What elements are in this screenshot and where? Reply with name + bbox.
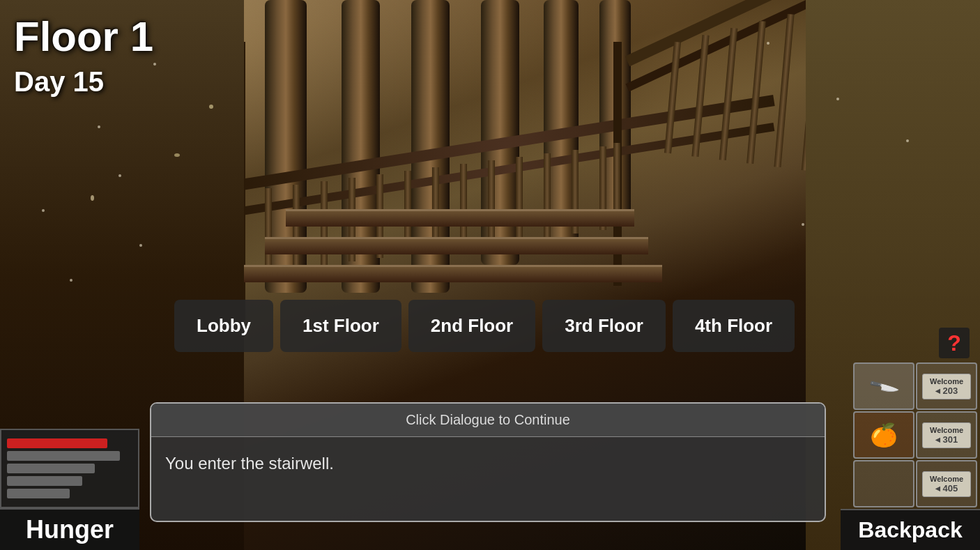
floor-title: Floor 1 <box>14 14 153 60</box>
debris <box>70 279 72 282</box>
hunger-bar-1 <box>7 451 120 461</box>
stair-step-1 <box>244 265 662 282</box>
inventory-slot-empty[interactable] <box>853 460 914 507</box>
stair-step-3 <box>286 209 634 227</box>
baluster-r1 <box>664 42 681 153</box>
backpack-label: Backpack <box>841 509 980 550</box>
hunger-bar-red <box>7 438 107 448</box>
inventory-slot-welcome301[interactable]: Welcome◂ 301 <box>916 411 977 459</box>
jar-icon: 🍊 <box>870 422 898 448</box>
debris <box>767 42 770 45</box>
debris <box>836 98 839 100</box>
inventory-row-3: Welcome◂ 405 <box>841 460 980 507</box>
baluster-2 <box>293 185 300 268</box>
inventory-slot-welcome203[interactable]: Welcome◂ 203 <box>916 362 977 410</box>
welcome-405-number: ◂ 405 <box>927 483 966 494</box>
hunger-bar-3 <box>7 476 82 486</box>
2nd-floor-button[interactable]: 2nd Floor <box>408 300 535 352</box>
debris <box>802 223 804 226</box>
hunger-label: Hunger <box>0 508 139 550</box>
lobby-button[interactable]: Lobby <box>174 300 273 352</box>
inventory-panel: 🔪 Welcome◂ 203 🍊 Welcome◂ 301 Welcome◂ 4… <box>841 362 980 509</box>
debris <box>118 174 121 177</box>
knife-icon: 🔪 <box>868 370 901 402</box>
baluster-8 <box>460 164 467 247</box>
debris <box>139 244 142 247</box>
inventory-slot-knife[interactable]: 🔪 <box>853 362 914 410</box>
debris <box>42 209 45 212</box>
3rd-floor-button[interactable]: 3rd Floor <box>542 300 666 352</box>
inventory-slot-welcome405[interactable]: Welcome◂ 405 <box>916 460 977 507</box>
inventory-slot-jar[interactable]: 🍊 <box>853 411 914 459</box>
debris <box>153 63 156 66</box>
hunger-panel: Hunger <box>0 429 139 550</box>
debris <box>209 105 213 109</box>
day-label: Day 15 <box>14 66 104 98</box>
baluster-9 <box>488 160 495 244</box>
baluster-r4 <box>747 21 766 164</box>
debris <box>906 139 909 142</box>
debris <box>91 195 94 201</box>
navigation-buttons: Lobby 1st Floor 2nd Floor 3rd Floor 4th … <box>174 300 795 352</box>
debris <box>174 153 180 157</box>
inventory-row-2: 🍊 Welcome◂ 301 <box>841 411 980 459</box>
baluster-1 <box>265 188 272 272</box>
baluster-10 <box>516 157 523 240</box>
welcome-sign-405: Welcome◂ 405 <box>922 471 971 497</box>
inventory-row-1: 🔪 Welcome◂ 203 <box>841 362 980 410</box>
welcome-203-number: ◂ 203 <box>927 385 966 396</box>
welcome-301-number: ◂ 301 <box>927 434 966 445</box>
baluster-r5 <box>774 14 794 167</box>
dialogue-content: You enter the stairwell. <box>151 437 825 521</box>
hunger-bar-2 <box>7 464 95 473</box>
dialogue-box[interactable]: Click Dialogue to Continue You enter the… <box>150 402 826 522</box>
hunger-bars <box>0 429 139 508</box>
welcome-sign-203: Welcome◂ 203 <box>922 374 971 399</box>
1st-floor-button[interactable]: 1st Floor <box>280 300 401 352</box>
stair-step-2 <box>265 237 648 254</box>
4th-floor-button[interactable]: 4th Floor <box>673 300 795 352</box>
debris <box>98 125 100 128</box>
dialogue-header: Click Dialogue to Continue <box>151 404 825 437</box>
help-button[interactable]: ? <box>939 328 970 358</box>
welcome-sign-301: Welcome◂ 301 <box>922 422 971 448</box>
hunger-bar-4 <box>7 489 70 498</box>
